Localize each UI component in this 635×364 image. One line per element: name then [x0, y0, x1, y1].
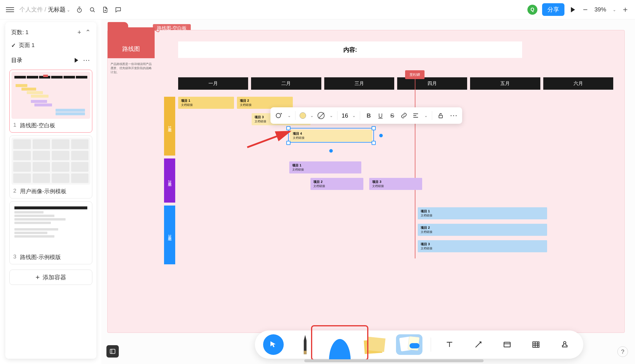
- task-bar[interactable]: 项目 2文档链接: [310, 178, 363, 190]
- board[interactable]: 路线图 产品路线图是一份详细说明产品愿景、优先级和开发阶段的战略计划。 内容: …: [107, 30, 625, 333]
- description: 产品路线图是一份详细说明产品愿景、优先级和开发阶段的战略计划。: [111, 62, 152, 74]
- strike-icon[interactable]: S: [388, 111, 397, 120]
- chevron-down-icon[interactable]: ⌄: [288, 113, 291, 118]
- lane-label-1[interactable]: 主题 1: [164, 97, 175, 156]
- no-border-icon[interactable]: [317, 111, 325, 120]
- svg-rect-5: [533, 342, 539, 348]
- topbar: 个人文件 / 无标题⌄ Q 分享 − 39%⌄ +: [0, 0, 635, 19]
- chevron-down-icon[interactable]: ⌄: [67, 8, 70, 12]
- lane-label-2[interactable]: 主题 2: [164, 158, 175, 203]
- svg-rect-9: [110, 349, 115, 354]
- chevron-down-icon[interactable]: ⌄: [613, 7, 616, 12]
- pages-header: 页数: 1 + ⌃: [9, 26, 92, 39]
- svg-rect-8: [439, 115, 442, 118]
- svg-rect-7: [276, 113, 280, 118]
- comment-icon[interactable]: [114, 6, 122, 14]
- thumbnail-3[interactable]: 3路线图-示例模版: [9, 201, 92, 264]
- month: 一月: [178, 77, 248, 90]
- underline-icon[interactable]: U: [376, 111, 385, 120]
- task-bar[interactable]: 项目 2文档链接: [237, 97, 293, 109]
- breadcrumb[interactable]: 个人文件 / 无标题⌄: [19, 6, 70, 14]
- lane-label-3[interactable]: 主题 3: [164, 206, 175, 264]
- more-icon[interactable]: ⋯: [449, 111, 458, 120]
- text-tool[interactable]: [439, 334, 460, 355]
- month: 三月: [324, 77, 394, 90]
- zoom-in-button[interactable]: +: [621, 6, 629, 14]
- h-scrollbar[interactable]: [304, 359, 484, 362]
- connector-tool[interactable]: [468, 334, 489, 355]
- mid-handle[interactable]: [379, 134, 383, 137]
- add-page-button[interactable]: +: [77, 29, 81, 36]
- new-file-icon[interactable]: [101, 6, 109, 14]
- task-bar[interactable]: 项目 2文档链接: [418, 224, 547, 236]
- zoom-out-button[interactable]: −: [581, 6, 589, 14]
- more-icon[interactable]: ⋯: [83, 56, 91, 64]
- breadcrumb-root: 个人文件: [19, 6, 43, 13]
- templates-tool[interactable]: [396, 334, 422, 355]
- mid-handle[interactable]: [329, 149, 333, 153]
- thumbnail-1[interactable]: 1路线图-空白板: [9, 70, 92, 133]
- folder-tab: 路线图: [108, 27, 155, 58]
- month: 六月: [543, 77, 613, 90]
- add-container-button[interactable]: +添加容器: [9, 270, 92, 285]
- timer-icon[interactable]: [76, 6, 83, 14]
- bottom-toolbar-wrap: [203, 330, 635, 359]
- task-bar[interactable]: 项目 3文档链接: [418, 240, 547, 252]
- month: 四月: [397, 77, 467, 90]
- month: 五月: [470, 77, 540, 90]
- task-bar[interactable]: 项目 1文档链接: [178, 97, 234, 109]
- chevron-down-icon[interactable]: ⌄: [330, 113, 333, 118]
- search-icon[interactable]: [88, 6, 96, 14]
- bottom-toolbar: [255, 330, 583, 359]
- task-bar[interactable]: 项目 3文档链接: [369, 178, 422, 190]
- chevron-down-icon[interactable]: ⌄: [310, 113, 314, 118]
- collapse-icon[interactable]: ⌃: [85, 29, 91, 36]
- share-button[interactable]: 分享: [542, 3, 564, 16]
- thumbnail-2[interactable]: 2用户画像-示例模板: [9, 136, 92, 198]
- month: 二月: [251, 77, 321, 90]
- text-toolbar: ⌄ ⌄ ⌄ 16⌄ B U S ⌄ ⋯: [270, 107, 462, 124]
- menu-icon[interactable]: [6, 6, 14, 14]
- pen-tool[interactable]: [292, 334, 318, 355]
- content-header[interactable]: 内容:: [178, 41, 522, 58]
- table-tool[interactable]: [526, 334, 546, 355]
- shape-tool[interactable]: [327, 334, 353, 355]
- selection-box[interactable]: [288, 128, 374, 143]
- toc-header: 目录 ⋯: [9, 52, 92, 67]
- font-size[interactable]: 16: [342, 112, 348, 119]
- chevron-down-icon[interactable]: ⌄: [352, 113, 356, 118]
- link-icon[interactable]: [400, 111, 408, 120]
- sticky-note-tool[interactable]: [361, 334, 388, 355]
- lock-icon[interactable]: [436, 111, 445, 120]
- align-icon[interactable]: [411, 111, 420, 120]
- shape-style-icon[interactable]: [275, 111, 283, 120]
- resize-handle[interactable]: [372, 126, 376, 130]
- roadmap-grid: 里程碑 一月 二月 三月 四月 五月 六月 主题 1 主题 2 主题 3 项目 …: [178, 77, 613, 97]
- stamp-tool[interactable]: [554, 334, 575, 355]
- pages-panel: 页数: 1 + ⌃ 页面 1 目录 ⋯ 1路线图-空白板 2用户画像-示例模板 …: [5, 22, 96, 359]
- select-tool[interactable]: [263, 334, 284, 355]
- task-bar[interactable]: 项目 1文档链接: [289, 161, 361, 173]
- svg-rect-3: [304, 351, 306, 354]
- now-line: [415, 70, 415, 258]
- breadcrumb-title[interactable]: 无标题: [48, 6, 66, 13]
- play-icon[interactable]: [75, 58, 78, 63]
- avatar[interactable]: Q: [527, 5, 537, 15]
- check-icon: [11, 42, 16, 49]
- panel-toggle-button[interactable]: [106, 345, 119, 358]
- frame-tool[interactable]: [497, 334, 517, 355]
- zoom-value[interactable]: 39%: [594, 6, 606, 13]
- svg-line-2: [247, 131, 290, 147]
- svg-point-6: [564, 341, 566, 344]
- chevron-down-icon[interactable]: ⌄: [424, 113, 428, 118]
- canvas[interactable]: 路线图-空白板 路线图 产品路线图是一份详细说明产品愿景、优先级和开发阶段的战略…: [101, 19, 635, 364]
- present-icon[interactable]: [569, 6, 577, 14]
- zoom-control: − 39%⌄ +: [581, 6, 629, 14]
- resize-handle[interactable]: [372, 141, 376, 145]
- page-item[interactable]: 页面 1: [9, 39, 92, 52]
- bold-icon[interactable]: B: [364, 111, 373, 120]
- divider: [431, 338, 431, 352]
- fill-color-swatch[interactable]: [300, 112, 306, 119]
- task-bar[interactable]: 项目 1文档链接: [418, 207, 547, 219]
- help-button[interactable]: ?: [617, 346, 628, 357]
